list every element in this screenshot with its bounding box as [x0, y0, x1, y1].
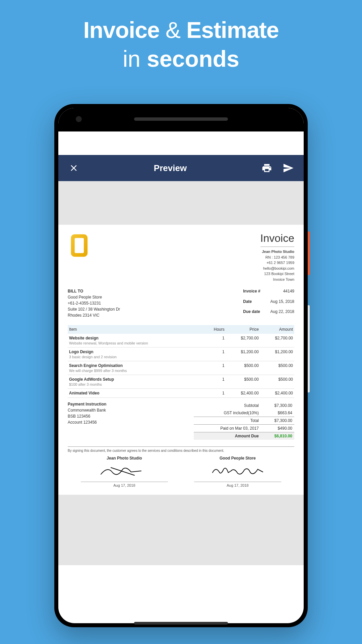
- signature-right: [207, 463, 268, 479]
- bill-to-name: Good People Store: [68, 294, 243, 300]
- item-name: Website design: [69, 336, 202, 340]
- amount-due-label: Amount Due: [196, 434, 265, 438]
- signer-right-date: Aug 17, 2018: [194, 483, 281, 487]
- item-price: $1,200.00: [226, 347, 260, 361]
- company-street: 123 Bookipi Street: [260, 271, 294, 277]
- item-hours: 1: [203, 389, 226, 398]
- total-label: Total: [196, 418, 265, 423]
- promo-word-invoice: Invoice: [83, 17, 160, 43]
- item-hours: 1: [203, 347, 226, 361]
- table-row: Search Engine OptimisationWe will charge…: [68, 361, 294, 375]
- company-phone: +61 2 9657 1959: [260, 260, 294, 266]
- payment-label: Payment Instruction: [68, 402, 194, 407]
- bill-to-street: Suite 102 / 38 Washington Dr: [68, 306, 243, 312]
- col-hours: Hours: [203, 325, 226, 334]
- signer-left-name: Jean Photo Studio: [81, 456, 168, 461]
- item-hours: 1: [203, 375, 226, 389]
- bill-to-city: Rhodes 2314 VIC: [68, 312, 243, 318]
- items-table: Item Hours Price Amount Website designWe…: [68, 325, 294, 398]
- item-name: Logo Design: [69, 350, 202, 354]
- promo-headline: Invoice & Estimate in seconds: [0, 0, 362, 72]
- promo-word-seconds: seconds: [147, 46, 239, 71]
- signer-left-date: Aug 17, 2018: [81, 483, 168, 487]
- due-date: Aug 22, 2018: [270, 309, 294, 318]
- paid-label: Paid on Mar 03, 2017: [196, 426, 265, 431]
- amount-due-value: $6,810.00: [265, 434, 292, 438]
- col-item: Item: [68, 325, 203, 334]
- send-icon: [283, 162, 294, 174]
- svg-rect-1: [75, 238, 84, 253]
- col-price: Price: [226, 325, 260, 334]
- invoice-no-label: Invoice #: [243, 289, 260, 298]
- payment-bank: Commonwealth Bank: [68, 407, 194, 413]
- item-desc: We will charge $999 after 3 months: [69, 369, 202, 373]
- item-desc: Website renewal, Wordpress and mobile ve…: [69, 341, 202, 345]
- gst-value: $663.64: [265, 411, 292, 415]
- phone-volume-button: [308, 305, 310, 392]
- table-row: Website designWebsite renewal, Wordpress…: [68, 334, 294, 347]
- company-city: Invoice Town: [260, 277, 294, 282]
- payment-account: Account 123456: [68, 419, 194, 425]
- total-value: $7,300.00: [265, 418, 292, 423]
- item-amount: $2,700.00: [260, 334, 294, 347]
- subtotal-label: Subtotal: [196, 403, 265, 408]
- item-price: $2,400.00: [226, 389, 260, 398]
- company-rn: RN : 123 456 789: [260, 255, 294, 260]
- bottom-gray-spacer: [58, 495, 304, 565]
- item-name: Google AdWords Setup: [69, 377, 202, 382]
- item-desc: 3 basic design and 2 revision: [69, 355, 202, 359]
- due-date-label: Due date: [243, 309, 260, 318]
- payment-bsb: BSB 123456: [68, 413, 194, 419]
- item-amount: $500.00: [260, 361, 294, 375]
- signature-left: [94, 463, 155, 479]
- item-price: $500.00: [226, 375, 260, 389]
- signature-disclaimer: By signing this document, the customer a…: [68, 449, 294, 452]
- close-button[interactable]: [68, 162, 80, 174]
- bill-to-label: BILL TO: [68, 289, 243, 293]
- document-title: Invoice: [260, 232, 294, 245]
- item-amount: $1,200.00: [260, 347, 294, 361]
- invoice-date: Aug 15, 2018: [270, 299, 294, 308]
- phone-power-button: [308, 231, 310, 275]
- invoice-no: 44149: [270, 289, 294, 298]
- date-label: Date: [243, 299, 260, 308]
- item-name: Animated Video: [69, 391, 202, 395]
- promo-word-in: in: [123, 46, 140, 71]
- item-amount: $2,400.00: [260, 389, 294, 398]
- print-icon: [261, 163, 272, 173]
- item-price: $500.00: [226, 361, 260, 375]
- item-name: Search Engine Optimisation: [69, 363, 202, 368]
- item-price: $2,700.00: [226, 334, 260, 347]
- item-hours: 1: [203, 361, 226, 375]
- send-button[interactable]: [282, 162, 294, 174]
- promo-word-estimate: Estimate: [186, 17, 279, 43]
- paid-value: $490.00: [265, 426, 292, 431]
- item-hours: 1: [203, 334, 226, 347]
- table-row: Animated Video1$2,400.00$2,400.00: [68, 389, 294, 398]
- company-logo: [68, 232, 95, 259]
- top-gray-spacer: [58, 181, 304, 225]
- close-icon: [69, 163, 79, 173]
- print-button[interactable]: [261, 162, 273, 174]
- table-row: Google AdWords Setup$100 after 3 months1…: [68, 375, 294, 389]
- table-row: Logo Design3 basic design and 2 revision…: [68, 347, 294, 361]
- item-desc: $100 after 3 months: [69, 382, 202, 386]
- invoice-document: Invoice Jean Photo Studio RN : 123 456 7…: [58, 225, 304, 495]
- phone-frame: Preview: [54, 104, 308, 627]
- gst-label: GST included(10%): [196, 411, 265, 415]
- subtotal-value: $7,300.00: [265, 403, 292, 408]
- promo-ampersand: &: [166, 17, 180, 43]
- col-amount: Amount: [260, 325, 294, 334]
- page-title: Preview: [154, 163, 187, 173]
- company-name: Jean Photo Studio: [260, 249, 294, 255]
- item-amount: $500.00: [260, 375, 294, 389]
- signer-right-name: Good People Store: [194, 456, 281, 461]
- bill-to-phone: +61-2-4355-13231: [68, 300, 243, 306]
- app-header: Preview: [58, 155, 304, 181]
- company-email: hello@bookipi.com: [260, 266, 294, 271]
